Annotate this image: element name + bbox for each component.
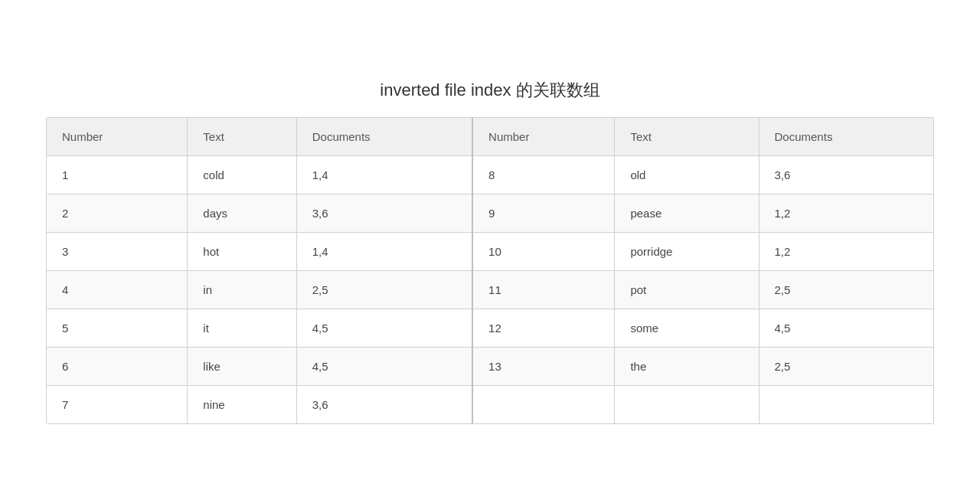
cell-number-2: 13 (472, 348, 615, 386)
col-header-documents-2: Documents (759, 118, 933, 156)
table-row: 3hot1,410porridge1,2 (47, 233, 933, 271)
col-header-documents-1: Documents (296, 118, 472, 156)
cell-number-2: 8 (472, 156, 615, 194)
cell-documents-2: 2,5 (759, 348, 933, 386)
page-title: inverted file index 的关联数组 (46, 79, 934, 102)
col-header-text-2: Text (615, 118, 759, 156)
cell-text-1: like (188, 348, 296, 386)
table-wrapper: Number Text Documents Number Text Docume… (46, 117, 934, 424)
cell-number-2: 9 (472, 194, 615, 233)
main-table: Number Text Documents Number Text Docume… (47, 118, 933, 423)
cell-text-2: old (615, 156, 759, 194)
cell-documents-1: 3,6 (296, 386, 472, 424)
cell-number-1: 4 (47, 271, 188, 309)
cell-documents-2: 2,5 (759, 271, 933, 309)
table-header-row: Number Text Documents Number Text Docume… (47, 118, 933, 156)
cell-documents-2 (759, 386, 933, 424)
cell-documents-1: 4,5 (296, 348, 472, 386)
cell-number-1: 6 (47, 348, 188, 386)
table-row: 2days3,69pease1,2 (47, 194, 933, 233)
table-row: 1cold1,48old3,6 (47, 156, 933, 194)
cell-number-2 (472, 386, 615, 424)
table-row: 4in2,511pot2,5 (47, 271, 933, 309)
table-row: 5it4,512some4,5 (47, 309, 933, 348)
cell-text-1: it (188, 309, 296, 348)
cell-text-2: the (615, 348, 759, 386)
cell-number-1: 3 (47, 233, 188, 271)
cell-text-1: days (188, 194, 296, 233)
cell-text-2: pot (615, 271, 759, 309)
cell-number-2: 11 (472, 271, 615, 309)
cell-documents-1: 2,5 (296, 271, 472, 309)
col-header-text-1: Text (188, 118, 296, 156)
cell-documents-2: 3,6 (759, 156, 933, 194)
cell-number-2: 12 (472, 309, 615, 348)
table-row: 6like4,513the2,5 (47, 348, 933, 386)
col-header-number-2: Number (472, 118, 615, 156)
cell-documents-1: 3,6 (296, 194, 472, 233)
cell-text-2: porridge (615, 233, 759, 271)
cell-number-1: 2 (47, 194, 188, 233)
cell-documents-1: 4,5 (296, 309, 472, 348)
cell-documents-1: 1,4 (296, 233, 472, 271)
cell-text-2 (615, 386, 759, 424)
cell-text-2: some (615, 309, 759, 348)
cell-documents-2: 4,5 (759, 309, 933, 348)
table-row: 7nine3,6 (47, 386, 933, 424)
cell-number-2: 10 (472, 233, 615, 271)
cell-number-1: 7 (47, 386, 188, 424)
col-header-number-1: Number (47, 118, 188, 156)
cell-text-1: cold (188, 156, 296, 194)
cell-documents-2: 1,2 (759, 233, 933, 271)
cell-text-1: hot (188, 233, 296, 271)
page-container: inverted file index 的关联数组 Number Text Do… (31, 64, 949, 439)
cell-text-1: in (188, 271, 296, 309)
cell-documents-2: 1,2 (759, 194, 933, 233)
cell-text-1: nine (188, 386, 296, 424)
cell-text-2: pease (615, 194, 759, 233)
cell-number-1: 5 (47, 309, 188, 348)
cell-documents-1: 1,4 (296, 156, 472, 194)
cell-number-1: 1 (47, 156, 188, 194)
